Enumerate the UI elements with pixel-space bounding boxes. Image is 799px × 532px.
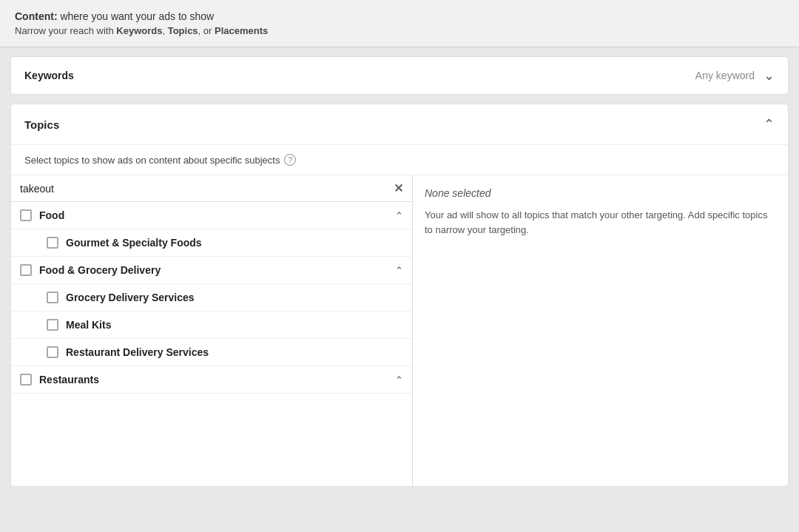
header-subtitle: Narrow your reach with Keywords, Topics,… [15,25,784,36]
keywords-row[interactable]: Keywords Any keyword ⌄ [10,56,789,95]
keywords-label: Keywords [24,70,74,81]
restaurants-label: Restaurants [39,374,388,385]
topic-list: Food ⌃ Gourmet & Specialty Foods Food & … [11,202,412,486]
grocery-delivery-checkbox[interactable] [47,292,58,303]
header-title-bold: Content: [15,10,58,22]
food-grocery-checkbox[interactable] [20,264,32,276]
food-grocery-label: Food & Grocery Delivery [39,264,388,276]
meal-kits-label: Meal Kits [66,319,403,331]
topics-section: Topics ⌃ Select topics to show ads on co… [10,104,789,487]
keywords-value: Any keyword [695,70,755,81]
subtitle-placements: Placements [215,25,268,36]
list-item: Gourmet & Specialty Foods [11,229,412,257]
topics-title: Topics [24,118,59,131]
header-title-line: Content: where you want your ads to show [15,10,784,22]
topics-body: ✕ Food ⌃ Gourmet & Specialty Foods [11,175,788,486]
food-checkbox[interactable] [20,209,32,221]
food-grocery-collapse-icon[interactable]: ⌃ [395,265,403,276]
topics-description: Select topics to show ads on content abo… [11,145,788,175]
grocery-delivery-label: Grocery Delivery Services [66,292,403,303]
restaurant-delivery-label: Restaurant Delivery Services [66,346,403,358]
list-item: Grocery Delivery Services [11,284,412,312]
restaurants-checkbox[interactable] [20,374,32,385]
food-collapse-icon[interactable]: ⌃ [395,210,403,221]
clear-icon[interactable]: ✕ [394,181,403,195]
topics-description-text: Select topics to show ads on content abo… [24,155,280,166]
search-input[interactable] [20,183,388,195]
subtitle-topics: Topics [168,25,198,36]
keywords-right: Any keyword ⌄ [695,67,775,84]
list-item: Restaurant Delivery Services [11,339,412,366]
gourmet-checkbox[interactable] [47,237,58,249]
restaurants-collapse-icon[interactable]: ⌃ [395,374,403,385]
none-selected-label: None selected [425,187,776,199]
list-item: Food & Grocery Delivery ⌃ [11,257,412,284]
keywords-chevron-down-icon: ⌄ [763,67,775,84]
right-panel: None selected Your ad will show to all t… [413,175,788,486]
meal-kits-checkbox[interactable] [47,319,58,331]
topics-header[interactable]: Topics ⌃ [11,104,788,145]
gourmet-label: Gourmet & Specialty Foods [66,237,403,249]
list-item: Meal Kits [11,312,412,339]
search-bar: ✕ [11,175,412,202]
food-label: Food [39,209,388,221]
subtitle-pre: Narrow your reach with [15,25,116,36]
hint-text: Your ad will show to all topics that mat… [425,208,776,237]
content-header: Content: where you want your ads to show… [0,0,799,47]
list-item: Restaurants ⌃ [11,366,412,394]
subtitle-keywords: Keywords [116,25,162,36]
help-icon[interactable]: ? [284,154,296,166]
restaurant-delivery-checkbox[interactable] [47,346,58,358]
header-title-rest: where you want your ads to show [58,10,215,22]
topics-chevron-up-icon: ⌃ [763,116,775,132]
list-item: Food ⌃ [11,202,412,229]
left-panel: ✕ Food ⌃ Gourmet & Specialty Foods [11,175,413,486]
page-wrapper: Content: where you want your ads to show… [0,0,799,487]
